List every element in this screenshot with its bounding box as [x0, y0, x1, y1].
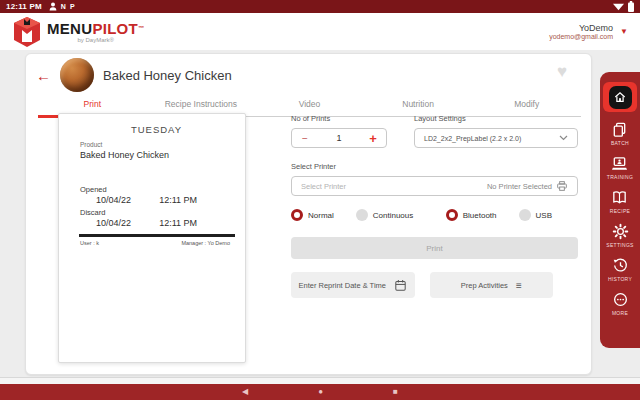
history-clock-icon: [612, 257, 629, 274]
main-area: ← Baked Honey Chicken ♥ Print Recipe Ins…: [0, 50, 640, 377]
app-header: MENUPILOT™ by DayMark® YoDemo yodemo@gma…: [0, 13, 640, 50]
battery-icon: [628, 1, 634, 12]
chevron-down-icon: [559, 135, 568, 141]
label-product-name: Baked Honey Chicken: [80, 150, 233, 160]
sidebar-item-recipe[interactable]: RECIPE: [610, 189, 630, 214]
radio-unselected-icon[interactable]: [519, 209, 531, 221]
list-icon: ≡: [516, 280, 522, 291]
printer-status-text: No Printer Selected: [487, 182, 552, 191]
bottom-strip: [0, 377, 640, 384]
wifi-icon: [613, 3, 624, 11]
recipe-avatar: [60, 58, 94, 92]
label-product-caption: Product: [80, 141, 233, 148]
favorite-heart-icon[interactable]: ♥: [557, 62, 567, 82]
training-laptop-icon: [611, 155, 628, 172]
radio-normal[interactable]: Normal: [291, 209, 334, 221]
print-button[interactable]: Print: [291, 237, 578, 259]
notification-icons: N P: [49, 2, 75, 11]
select-printer-label: Select Printer: [291, 162, 578, 171]
home-icon: [613, 90, 627, 104]
recipe-card: ← Baked Honey Chicken ♥ Print Recipe Ins…: [25, 53, 592, 375]
radio-selected-icon[interactable]: [446, 209, 458, 221]
print-options: Normal Continuous Bluetooth USB: [291, 209, 578, 221]
sidebar-item-history[interactable]: HISTORY: [608, 257, 632, 282]
android-nav-bar: ◀ ● ■: [0, 384, 640, 400]
logo-tagline: by DayMark®: [47, 37, 144, 43]
decrement-button[interactable]: −: [292, 133, 318, 144]
layout-settings-label: Layout Settings: [414, 114, 578, 123]
radio-bluetooth[interactable]: Bluetooth: [446, 209, 497, 221]
gear-icon: [612, 223, 629, 240]
clock: 12:11 PM: [6, 2, 42, 11]
logo-wordmark: MENUPILOT™: [47, 21, 144, 36]
sidebar-item-home[interactable]: [603, 82, 637, 112]
radio-selected-icon[interactable]: [291, 209, 303, 221]
radio-continuous[interactable]: Continuous: [356, 209, 413, 221]
reprint-date-time-button[interactable]: Enter Reprint Date & Time: [291, 272, 415, 298]
radio-unselected-icon[interactable]: [356, 209, 368, 221]
chevron-down-icon[interactable]: ▼: [620, 28, 628, 36]
label-day: TUESDAY: [80, 124, 233, 135]
page-title: Baked Honey Chicken: [103, 68, 232, 83]
more-ellipsis-icon: [612, 291, 629, 308]
recipe-card-header: ← Baked Honey Chicken: [26, 56, 591, 94]
nav-back-icon[interactable]: ◀: [242, 388, 248, 396]
layout-settings-value: LD2_2x2_PrepLabel (2.2 x 2.0): [424, 135, 521, 142]
user-name: YoDemo: [549, 23, 613, 33]
status-bar: 12:11 PM N P: [0, 0, 640, 13]
user-email: yodemo@gmail.com: [549, 33, 613, 40]
prints-count: 1: [318, 133, 360, 143]
sidebar-item-more[interactable]: MORE: [612, 291, 629, 316]
menupilot-logo: MENUPILOT™ by DayMark®: [12, 16, 144, 48]
sidebar-item-batch[interactable]: BATCH: [611, 121, 629, 146]
nav-home-icon[interactable]: ●: [318, 388, 323, 396]
user-menu[interactable]: YoDemo yodemo@gmail.com ▼: [549, 23, 628, 40]
menupilot-cube-icon: [12, 16, 42, 48]
label-divider: [79, 234, 235, 237]
label-discard-time: 12:11 PM: [159, 218, 197, 228]
select-printer-input[interactable]: [301, 182, 487, 191]
sidebar-item-training[interactable]: TRAINING: [607, 155, 633, 180]
layout-settings-select[interactable]: LD2_2x2_PrepLabel (2.2 x 2.0): [414, 128, 578, 148]
nav-recents-icon[interactable]: ■: [393, 388, 398, 396]
p-notification-icon: P: [70, 3, 75, 10]
quantity-stepper: − 1 +: [291, 128, 387, 148]
back-button[interactable]: ←: [36, 68, 51, 83]
label-manager-meta: Manager : Yo Demo: [181, 240, 230, 246]
label-discard-date: 10/04/22: [96, 218, 131, 228]
print-form: No of Prints − 1 + Layout Settings LD2_2…: [291, 114, 578, 298]
no-of-prints-label: No of Prints: [291, 114, 387, 123]
label-opened-date: 10/04/22: [96, 195, 131, 205]
printer-icon: [556, 180, 568, 192]
label-user-meta: User : k: [80, 240, 99, 246]
increment-button[interactable]: +: [360, 131, 386, 146]
n-notification-icon: N: [61, 3, 66, 10]
radio-usb[interactable]: USB: [519, 209, 552, 221]
prep-activities-button[interactable]: Prep Activities ≡: [430, 272, 554, 298]
person-notification-icon: [49, 2, 57, 11]
label-discard-caption: Discard: [80, 208, 233, 217]
calendar-icon: [394, 279, 407, 292]
right-sidebar: BATCH TRAINING RECIPE SETTINGS: [600, 72, 640, 348]
label-opened-time: 12:11 PM: [159, 195, 197, 205]
label-preview: TUESDAY Product Baked Honey Chicken Open…: [58, 113, 246, 363]
label-opened-caption: Opened: [80, 185, 233, 194]
printer-field[interactable]: No Printer Selected: [291, 176, 578, 196]
sidebar-item-settings[interactable]: SETTINGS: [606, 223, 633, 248]
batch-copies-icon: [611, 121, 628, 138]
recipe-book-icon: [611, 189, 628, 206]
